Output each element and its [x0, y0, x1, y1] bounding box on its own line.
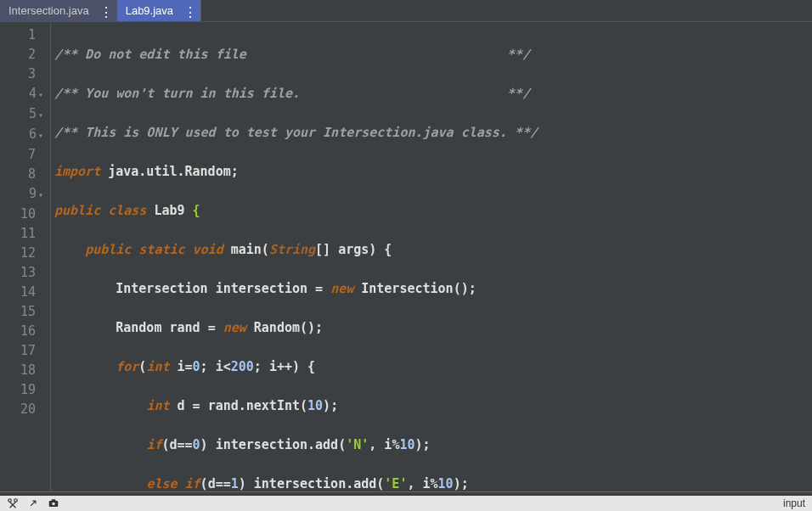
arr: [] [315, 242, 330, 257]
brace: { [384, 242, 392, 257]
eq: = [185, 359, 193, 374]
line-number: 6▾ [0, 125, 43, 145]
cond: i [216, 359, 223, 374]
line-number: 15 [0, 302, 43, 322]
code-area[interactable]: /** Do not edit this file **/ /** You wo… [51, 22, 812, 491]
var: d [208, 476, 216, 491]
kw: if [185, 476, 200, 491]
line-number: 3 [0, 65, 43, 84]
comment: /** You won't turn in this file. **/ [54, 86, 530, 101]
type: int [146, 398, 169, 413]
pp: ++ [277, 359, 292, 374]
line-gutter[interactable]: 1 2 3 4▾ 5▾ 6▾ 7 8 9▾ 10 11 12 13 14 15 … [0, 22, 51, 491]
p: ) [292, 359, 300, 374]
semi: ; [461, 476, 469, 491]
cls: Lab9 [154, 203, 184, 218]
eqeq: == [216, 476, 231, 491]
tab-intersection[interactable]: Intersection.java [0, 0, 117, 21]
p: ( [376, 476, 384, 491]
op: = [315, 281, 323, 296]
line-number: 12 [0, 244, 43, 263]
p: ) [200, 437, 208, 452]
more-icon[interactable] [183, 7, 192, 15]
fold-icon[interactable]: ▾ [38, 131, 43, 140]
eqeq: == [178, 437, 193, 452]
tab-label: Lab9.java [126, 4, 173, 17]
tab-bar: Intersection.java Lab9.java [0, 0, 812, 22]
op: = [208, 320, 216, 335]
mod: % [431, 476, 438, 491]
cut-icon[interactable] [7, 497, 19, 509]
semi: ; [254, 359, 262, 374]
kw: void [193, 242, 223, 257]
tab-lab9[interactable]: Lab9.java [117, 0, 201, 21]
comment: /** This is ONLY used to test your Inter… [54, 125, 538, 140]
eq: = [193, 398, 200, 413]
type: String [269, 242, 315, 257]
semi: ; [231, 164, 239, 179]
name: main [231, 242, 262, 257]
rest: (); [454, 281, 476, 296]
svg-point-0 [8, 499, 12, 503]
tab-label: Intersection.java [8, 4, 89, 17]
inc: i [269, 359, 277, 374]
call: intersection.add [216, 437, 339, 452]
line-number: 4▾ [0, 84, 43, 104]
camera-icon[interactable] [48, 497, 59, 509]
pkg: java.util.Random [108, 164, 231, 179]
n: 0 [193, 359, 200, 374]
expand-icon[interactable] [27, 497, 39, 509]
ch: 'N' [346, 437, 369, 452]
call: Intersection [361, 281, 453, 296]
fold-icon[interactable]: ▾ [38, 190, 43, 199]
bottom-left-icons [7, 497, 59, 509]
n: 0 [193, 437, 200, 452]
comma: , [407, 476, 414, 491]
p: ( [300, 398, 307, 413]
kw: else [146, 476, 177, 491]
svg-point-1 [14, 499, 18, 503]
var: d [178, 398, 185, 413]
line-number: 9▾ [0, 184, 43, 205]
line-number: 14 [0, 283, 43, 302]
var: i [423, 476, 431, 491]
p: ) [239, 476, 246, 491]
kw: for [116, 359, 138, 374]
semi: ; [330, 398, 338, 413]
more-icon[interactable] [99, 7, 108, 15]
p: ) [369, 242, 376, 257]
fold-icon[interactable]: ▾ [38, 110, 43, 120]
bottom-right-label: input [783, 497, 805, 509]
p: ( [262, 242, 269, 257]
var: d [169, 437, 177, 452]
comment: /** Do not edit this file **/ [54, 47, 530, 62]
line-number: 13 [0, 263, 43, 283]
call: Random [254, 320, 300, 335]
semi: ; [200, 359, 208, 374]
txt: Random rand [116, 320, 207, 335]
kw: new [223, 320, 246, 335]
call: intersection.add [254, 476, 377, 491]
var: i [178, 359, 185, 374]
line-number: 16 [0, 322, 43, 341]
brace: { [193, 203, 200, 218]
svg-rect-4 [52, 499, 56, 501]
line-number: 1 [0, 25, 43, 45]
fold-icon[interactable]: ▾ [38, 90, 43, 99]
n: 10 [399, 437, 414, 452]
call: rand.nextInt [208, 398, 300, 413]
n: 10 [307, 398, 323, 413]
line-number: 8 [0, 165, 43, 184]
p: ) [414, 437, 422, 452]
type: int [146, 359, 169, 374]
kw: public [85, 242, 131, 257]
line-number: 18 [0, 361, 43, 380]
ch: 'E' [384, 476, 407, 491]
arg: args [338, 242, 369, 257]
kw: public [54, 203, 100, 218]
line-number: 11 [0, 224, 43, 244]
n: 1 [231, 476, 239, 491]
line-number: 5▾ [0, 104, 43, 125]
bottom-bar: input [0, 492, 812, 511]
brace: { [307, 359, 315, 374]
